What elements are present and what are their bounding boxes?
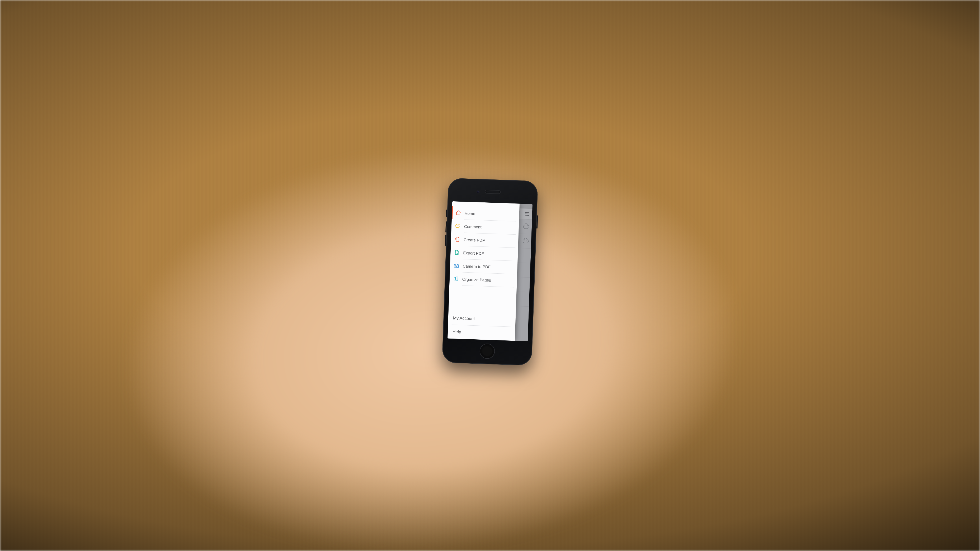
svg-point-1 [458, 225, 458, 226]
menu-item-label: Comment [464, 224, 482, 229]
menu-item-camera-to-pdf[interactable]: Camera to PDF [450, 259, 518, 275]
menu-item-my-account[interactable]: My Account [448, 311, 516, 327]
drawer-spacer [449, 285, 517, 313]
footer-label: My Account [453, 316, 475, 321]
file-plus-icon [451, 236, 464, 243]
menu-item-label: Organize Pages [462, 277, 491, 283]
phone-device: Home Comment [442, 178, 538, 365]
phone-screen: Home Comment [447, 201, 533, 341]
home-icon [452, 210, 465, 216]
menu-item-home[interactable]: Home [452, 206, 520, 222]
organize-icon [450, 276, 463, 282]
phone-earpiece [485, 190, 500, 194]
svg-point-0 [457, 225, 457, 226]
svg-point-3 [456, 265, 457, 267]
comment-icon [452, 223, 465, 229]
menu-item-help[interactable]: Help [447, 325, 515, 341]
menu-item-organize-pages[interactable]: Organize Pages [449, 272, 517, 287]
drawer-menu: Home Comment [449, 206, 520, 287]
phone-volume-down [445, 235, 446, 246]
svg-rect-4 [456, 277, 458, 281]
menu-item-export-pdf[interactable]: Export PDF [450, 246, 518, 261]
menu-item-label: Create PDF [464, 237, 485, 243]
menu-item-label: Home [465, 211, 475, 216]
menu-item-label: Camera to PDF [463, 264, 490, 269]
menu-item-comment[interactable]: Comment [451, 219, 519, 235]
phone-front-camera [477, 191, 479, 193]
footer-label: Help [452, 329, 461, 334]
navigation-drawer: Home Comment [447, 201, 520, 341]
export-icon [450, 249, 463, 256]
phone-volume-up [445, 221, 447, 232]
phone-home-button[interactable] [479, 343, 495, 359]
phone-mute-switch [446, 210, 447, 217]
menu-item-label: Export PDF [463, 251, 484, 256]
camera-icon [450, 262, 463, 269]
menu-item-create-pdf[interactable]: Create PDF [451, 232, 519, 248]
